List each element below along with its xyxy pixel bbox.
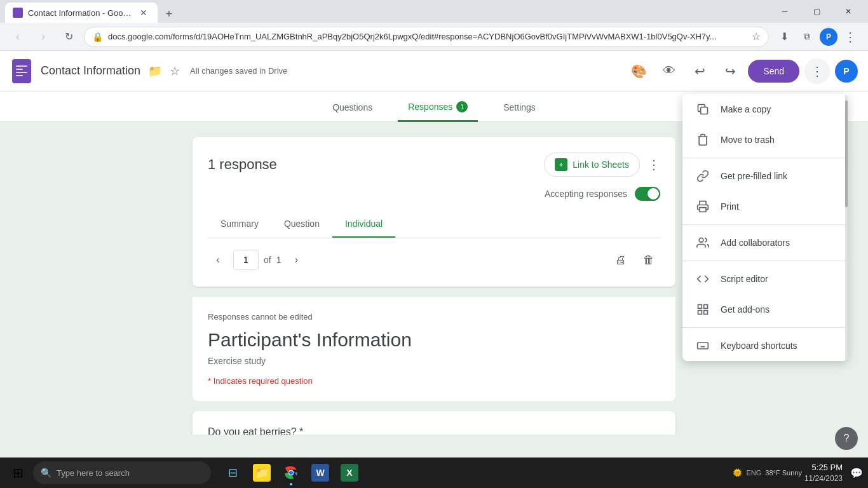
taskbar-search-text: Type here to search — [57, 468, 130, 478]
taskbar-app-excel[interactable]: X — [336, 459, 363, 487]
send-button[interactable]: Send — [748, 60, 799, 83]
response-card: 1 response + Link to Sheets ⋮ Accepting … — [193, 137, 675, 287]
menu-item-get-addons[interactable]: Get add-ons — [682, 294, 848, 325]
minimize-btn[interactable]: ─ — [770, 0, 799, 23]
trash-icon — [695, 132, 710, 147]
response-header: 1 response + Link to Sheets ⋮ — [208, 152, 660, 177]
form-title-display: Participant's Information — [208, 329, 660, 351]
browser-menu-icon[interactable]: ⋮ — [840, 27, 860, 47]
tab-responses[interactable]: Responses 1 — [398, 93, 478, 122]
taskview-icon: ⊟ — [224, 464, 241, 482]
preview-icon[interactable]: 👁 — [656, 58, 682, 84]
windows-icon: ⊞ — [13, 465, 24, 480]
print-response-icon[interactable]: 🖨 — [609, 248, 632, 271]
extensions-icon[interactable]: ⧉ — [797, 27, 817, 47]
menu-item-script-editor[interactable]: Script editor — [682, 264, 848, 294]
more-options-btn[interactable]: ⋮ — [804, 58, 830, 84]
back-btn[interactable]: ‹ — [8, 27, 28, 47]
menu-item-make-copy[interactable]: Make a copy — [682, 94, 848, 125]
prev-page-btn[interactable]: ‹ — [208, 250, 228, 270]
make-copy-label: Make a copy — [721, 104, 771, 114]
taskbar-time-display: 5:25 PM — [804, 462, 843, 473]
tab-questions[interactable]: Questions — [322, 95, 383, 122]
response-count: 1 response — [208, 156, 277, 173]
notification-icon[interactable]: 💬 — [850, 467, 863, 479]
menu-item-add-collaborators[interactable]: Add collaborators — [682, 227, 848, 258]
word-icon: W — [311, 464, 329, 482]
star-icon[interactable]: ☆ — [170, 64, 180, 78]
pagination-actions: 🖨 🗑 — [609, 248, 660, 271]
question-tab-label: Question — [284, 219, 320, 229]
browser-profile[interactable]: P — [820, 28, 837, 46]
accepting-row: Accepting responses — [208, 187, 660, 201]
taskbar-search[interactable]: 🔍 Type here to search — [33, 461, 211, 484]
delete-response-icon[interactable]: 🗑 — [637, 248, 660, 271]
tab-settings[interactable]: Settings — [493, 95, 546, 122]
url-bar[interactable]: 🔒 docs.google.com/forms/d/19AOHeTnm_UALZ… — [84, 27, 769, 47]
maximize-btn[interactable]: ▢ — [802, 0, 831, 23]
link-to-sheets-btn[interactable]: + Link to Sheets — [544, 152, 640, 177]
new-tab-btn[interactable]: + — [160, 5, 178, 23]
link-icon — [695, 168, 710, 184]
chrome-icon — [282, 464, 300, 482]
download-icon[interactable]: ⬇ — [774, 27, 794, 47]
taskbar-app-explorer[interactable]: 📁 — [248, 459, 276, 487]
browser-toolbar: ⬇ ⧉ P ⋮ — [774, 27, 860, 47]
forward-btn[interactable]: › — [33, 27, 53, 47]
undo-icon[interactable]: ↩ — [687, 58, 712, 84]
palette-icon[interactable]: 🎨 — [626, 58, 651, 84]
active-tab[interactable]: Contact Information - Google F... ✕ — [5, 3, 158, 23]
accepting-text: Accepting responses — [545, 189, 627, 199]
help-btn[interactable]: ? — [835, 427, 858, 450]
user-avatar[interactable]: P — [835, 60, 858, 83]
bookmark-star-icon[interactable]: ☆ — [752, 30, 761, 43]
keyboard-icon — [695, 338, 710, 353]
address-bar: ‹ › ↻ 🔒 docs.google.com/forms/d/19AOHeTn… — [0, 23, 868, 51]
svg-rect-1 — [700, 208, 706, 212]
context-menu: Make a copy Move to trash Get pre-filled… — [682, 94, 848, 361]
taskbar-system-icons: 🌞 ENG 38°F Sunny — [733, 468, 801, 477]
collaborators-icon — [695, 235, 710, 250]
addons-icon — [695, 302, 710, 317]
summary-tab[interactable]: Summary — [208, 211, 271, 238]
question-tab[interactable]: Question — [271, 211, 332, 238]
sheets-icon: + — [555, 158, 567, 171]
taskbar-app-chrome[interactable] — [277, 459, 305, 487]
response-view-tabs: Summary Question Individual — [208, 211, 660, 238]
tab-close-btn[interactable]: ✕ — [137, 6, 150, 19]
page-number-input[interactable] — [233, 250, 259, 270]
menu-item-keyboard-shortcuts[interactable]: Keyboard shortcuts — [682, 330, 848, 361]
start-btn[interactable]: ⊞ — [5, 460, 31, 485]
menu-item-print[interactable]: Print — [682, 191, 848, 222]
accepting-toggle[interactable] — [635, 187, 660, 201]
questions-tab-label: Questions — [332, 102, 372, 112]
add-collaborators-label: Add collaborators — [721, 238, 790, 248]
responses-badge: 1 — [456, 101, 468, 112]
redo-icon[interactable]: ↪ — [717, 58, 743, 84]
response-actions: + Link to Sheets ⋮ — [544, 152, 660, 177]
app-title: Contact Information — [41, 64, 140, 78]
individual-tab[interactable]: Individual — [332, 211, 395, 238]
responses-tab-label: Responses — [408, 102, 452, 112]
svg-rect-5 — [704, 311, 708, 315]
send-label: Send — [763, 66, 784, 76]
next-page-btn[interactable]: › — [286, 250, 306, 270]
reload-btn[interactable]: ↻ — [58, 27, 79, 47]
menu-item-pre-filled[interactable]: Get pre-filled link — [682, 161, 848, 191]
search-icon: 🔍 — [41, 468, 51, 478]
forms-line-3 — [16, 72, 27, 73]
menu-item-move-trash[interactable]: Move to trash — [682, 125, 848, 155]
get-addons-label: Get add-ons — [721, 304, 770, 315]
svg-point-10 — [289, 471, 293, 475]
taskbar-icon-1: 🌞 — [733, 468, 742, 477]
taskbar-app-word[interactable]: W — [306, 459, 334, 487]
close-btn[interactable]: ✕ — [834, 0, 863, 23]
more-responses-icon[interactable]: ⋮ — [648, 157, 660, 172]
taskbar-app-taskview[interactable]: ⊟ — [219, 459, 247, 487]
move-trash-label: Move to trash — [721, 135, 775, 145]
folder-icon[interactable]: 📁 — [148, 64, 162, 78]
tab-bar: Contact Information - Google F... ✕ + ─ … — [5, 0, 863, 23]
save-status: All changes saved in Drive — [190, 66, 287, 76]
lock-icon: 🔒 — [92, 32, 103, 42]
page-total: 1 — [276, 255, 281, 265]
